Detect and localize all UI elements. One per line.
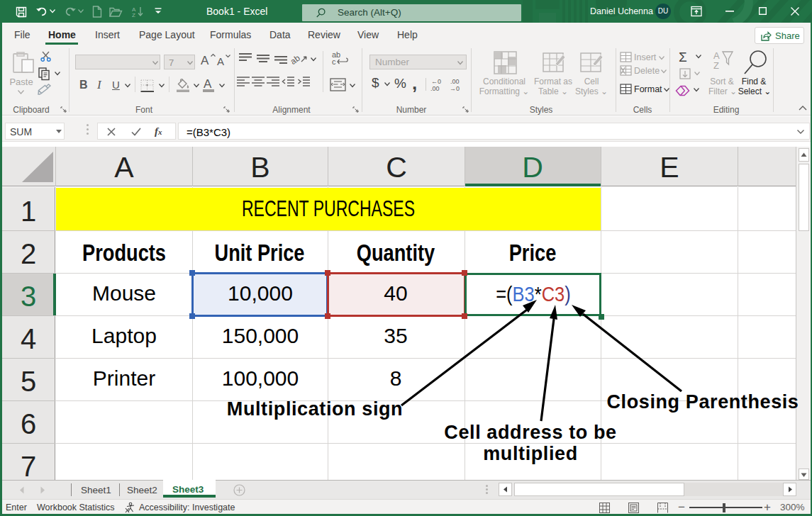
svg-text:.00: .00 [450,78,460,85]
svg-text:Z: Z [132,12,135,18]
svg-text:c: c [332,57,336,66]
svg-text:ab: ab [289,53,302,67]
svg-text:.00: .00 [430,85,440,92]
svg-text:←0: ←0 [431,78,441,85]
svg-text:Z: Z [713,60,719,71]
svg-text:→0: →0 [450,85,460,92]
svg-text:A: A [713,50,720,61]
